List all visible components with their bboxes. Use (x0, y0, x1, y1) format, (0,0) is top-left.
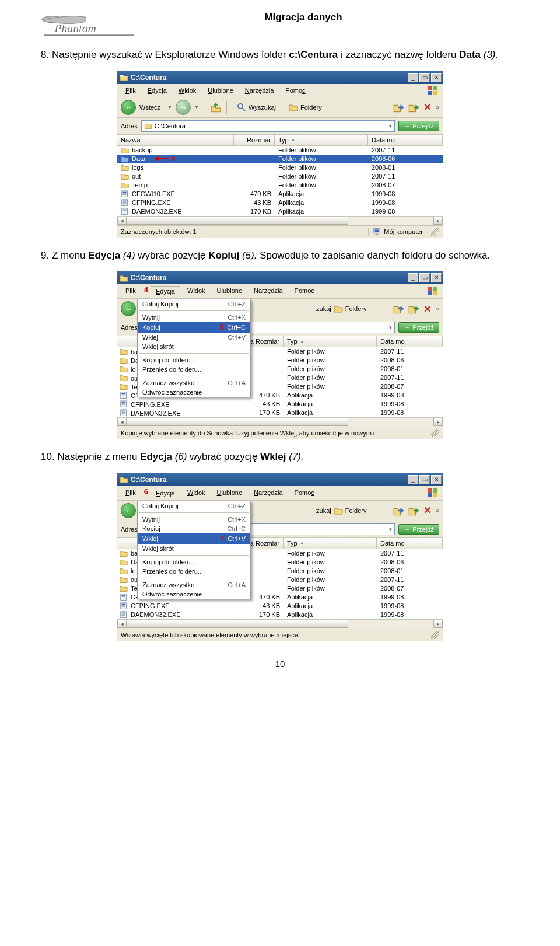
close-button[interactable]: ✕ (431, 475, 442, 484)
table-row[interactable]: backupFolder plików2007-11 (117, 146, 443, 155)
menu-ulubione[interactable]: Ulubione (212, 488, 247, 498)
menu-item[interactable]: Kopiuj5Ctrl+C (138, 322, 250, 333)
table-row[interactable]: logsFolder plików2008-01 (117, 163, 443, 172)
menu-item[interactable]: Przenieś do folderu... (138, 365, 250, 374)
menu-item[interactable]: Odwróć zaznaczenie (138, 388, 250, 397)
exe-icon (120, 611, 128, 619)
menu-item[interactable]: Kopiuj do folderu... (138, 355, 250, 365)
menu-item[interactable]: WytnijCtrl+X (138, 515, 250, 524)
close-button[interactable]: ✕ (431, 273, 442, 282)
move-to-icon[interactable] (393, 505, 405, 516)
folders-button[interactable]: Foldery (284, 100, 327, 114)
menu-narzedzia[interactable]: Narzędzia (249, 488, 288, 498)
menu-plik[interactable]: Plik (121, 86, 141, 95)
explorer-window-3: C:\Centura _ ▭ ✕ Plik 6 Edycja Widok Ulu… (117, 473, 443, 641)
back-button[interactable]: ← (121, 301, 136, 316)
forward-button[interactable]: → (176, 100, 191, 115)
table-row[interactable]: Data3Folder plików2008-06 (117, 155, 443, 163)
menu-item[interactable]: Wklej skrót (138, 342, 250, 351)
horizontal-scrollbar[interactable]: ◂▸ (117, 417, 443, 427)
table-row[interactable]: TempFolder plików2008-07 (117, 181, 443, 190)
table-row[interactable]: DAEMON32.EXE170 KBAplikacja1999-08 (117, 610, 443, 619)
menu-pomoc[interactable]: Pomoc (290, 286, 319, 296)
menu-widok[interactable]: Widok (183, 488, 210, 498)
minimize-button[interactable]: _ (408, 273, 418, 282)
menu-item[interactable]: Przenieś do folderu... (138, 567, 250, 576)
menu-ulubione[interactable]: Ulubione (212, 286, 247, 296)
menu-edycja[interactable]: Edycja (150, 286, 180, 296)
menu-item[interactable]: Zaznacz wszystkoCtrl+A (138, 580, 250, 589)
svg-rect-25 (428, 287, 432, 291)
search-button[interactable]: Wyszukaj (232, 100, 281, 114)
menu-item[interactable]: Wklej skrót (138, 544, 250, 553)
titlebar[interactable]: C:\Centura _ ▭ ✕ (117, 473, 443, 486)
back-label: Wstecz (139, 104, 160, 111)
menu-ulubione[interactable]: Ulubione (203, 86, 237, 95)
delete-icon[interactable]: ✕ (424, 303, 431, 315)
go-button[interactable]: → Przejdź (398, 121, 439, 131)
maximize-button[interactable]: ▭ (419, 73, 430, 82)
go-button[interactable]: → Przejdź (398, 322, 439, 333)
horizontal-scrollbar[interactable]: ◂▸ (117, 619, 443, 629)
horizontal-scrollbar[interactable]: ◂▸ (117, 216, 443, 225)
menu-item[interactable]: Kopiuj do folderu... (138, 557, 250, 567)
table-row[interactable]: outFolder plików2007-11 (117, 172, 443, 181)
more-chevron-icon[interactable]: » (436, 104, 439, 110)
status-bar: Zaznaczonych obiektów: 1 Mój komputer (117, 225, 443, 238)
menu-edycja[interactable]: Edycja (150, 488, 180, 498)
menu-pomoc[interactable]: Pomoc (281, 86, 310, 95)
resize-grip[interactable] (431, 228, 439, 236)
delete-icon[interactable]: ✕ (424, 102, 431, 113)
titlebar[interactable]: C:\Centura _ ▭ ✕ (117, 271, 443, 284)
edit-menu-dropdown: Cofnij KopiujCtrl+ZWytnijCtrl+XKopiuj5Ct… (137, 299, 251, 397)
copy-to-icon[interactable] (408, 505, 420, 516)
maximize-button[interactable]: ▭ (419, 273, 430, 282)
menu-plik[interactable]: Plik (121, 488, 141, 498)
minimize-button[interactable]: _ (408, 475, 418, 484)
minimize-button[interactable]: _ (408, 73, 418, 82)
menu-item[interactable]: Cofnij KopiujCtrl+Z (138, 299, 250, 309)
go-button[interactable]: → Przejdź (398, 524, 439, 535)
menu-item[interactable]: Zaznacz wszystkoCtrl+A (138, 378, 250, 388)
menu-item[interactable]: Cofnij KopiujCtrl+Z (138, 501, 250, 511)
up-button[interactable] (210, 102, 222, 113)
menu-item[interactable]: WytnijCtrl+X (138, 313, 250, 322)
menu-widok[interactable]: Widok (174, 86, 201, 95)
address-input[interactable]: C:\Centura ▾ (141, 120, 396, 132)
table-row[interactable]: CFGWI10.EXE470 KBAplikacja1999-08 (117, 190, 443, 198)
back-button[interactable]: ← (121, 503, 136, 518)
table-row[interactable]: CFPING.EXE43 KBAplikacja1999-08 (117, 198, 443, 207)
file-list: backupFolder plików2007-11Data3Folder pl… (117, 146, 443, 216)
menu-item[interactable]: KopiujCtrl+C (138, 524, 250, 533)
maximize-button[interactable]: ▭ (419, 475, 430, 484)
menu-narzedzia[interactable]: Narzędzia (249, 286, 288, 296)
menu-item[interactable]: WklejCtrl+V (138, 333, 250, 342)
menu-plik[interactable]: Plik (121, 286, 141, 296)
resize-grip[interactable] (431, 631, 439, 639)
table-row[interactable]: CFPING.EXE43 KBAplikacja1999-08 (117, 602, 443, 610)
menu-item[interactable]: Odwróć zaznaczenie (138, 589, 250, 599)
back-button[interactable]: ← (121, 100, 136, 115)
copy-to-icon[interactable] (408, 102, 420, 113)
move-to-icon[interactable] (393, 102, 405, 113)
close-button[interactable]: ✕ (431, 73, 442, 82)
svg-text:Phantom: Phantom (54, 22, 96, 34)
svg-rect-36 (122, 404, 125, 405)
titlebar[interactable]: C:\Centura _ ▭ ✕ (117, 71, 443, 84)
table-row[interactable]: CFPING.EXE43 KBAplikacja1999-08 (117, 400, 443, 409)
menu-edycja[interactable]: Edycja (143, 86, 172, 95)
menu-pomoc[interactable]: Pomoc (290, 488, 319, 498)
resize-grip[interactable] (431, 429, 439, 437)
table-row[interactable]: DAEMON32.EXE170 KBAplikacja1999-08 (117, 207, 443, 216)
table-row[interactable]: DAEMON32.EXE170 KBAplikacja1999-08 (117, 409, 443, 417)
menu-widok[interactable]: Widok (183, 286, 210, 296)
delete-icon[interactable]: ✕ (424, 505, 431, 516)
move-to-icon[interactable] (393, 303, 405, 315)
menu-narzedzia[interactable]: Narzędzia (240, 86, 279, 95)
copy-to-icon[interactable] (408, 303, 420, 315)
column-headers[interactable]: Nazwa Rozmiar Typ ▲ Data mo (117, 135, 443, 146)
folder-icon (120, 274, 128, 282)
menu-item[interactable]: Wklej7Ctrl+V (138, 533, 250, 544)
svg-rect-21 (123, 212, 127, 212)
svg-rect-16 (123, 202, 127, 203)
